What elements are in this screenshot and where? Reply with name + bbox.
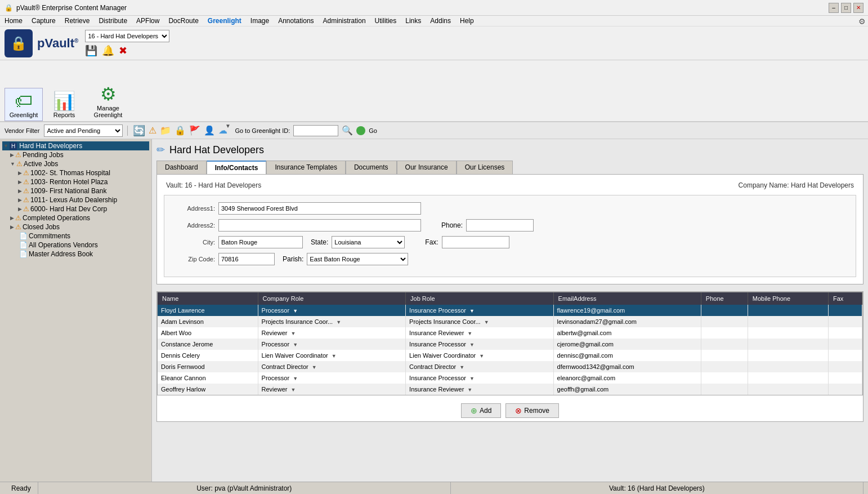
tab-dashboard[interactable]: Dashboard	[156, 161, 207, 174]
nav-help[interactable]: Help	[460, 17, 474, 25]
cell-name: Doris Fernwood	[158, 361, 258, 372]
sidebar-item-1011[interactable]: ▶ ⚠ 1011- Lexus Auto Dealership	[2, 195, 149, 204]
sidebar-item-active-jobs[interactable]: ▼ ⚠ Active Jobs	[2, 159, 149, 168]
company-role-dropdown[interactable]: ▼	[293, 308, 298, 314]
status-user: User: pva (pVault Administrator)	[38, 482, 451, 494]
table-row[interactable]: Albert Woo Reviewer ▼ Insurance Reviewer…	[158, 327, 862, 339]
greenlight-id-input[interactable]	[293, 125, 338, 136]
close-button[interactable]: ✕	[853, 3, 863, 13]
company-role-dropdown[interactable]: ▼	[312, 364, 317, 370]
company-role-dropdown[interactable]: ▼	[293, 342, 298, 348]
table-row[interactable]: Floyd Lawrence Processor ▼ Insurance Pro…	[158, 305, 862, 316]
sidebar-item-1009[interactable]: ▶ ⚠ 1009- First National Bank	[2, 186, 149, 195]
job-role-dropdown[interactable]: ▼	[467, 387, 472, 393]
address1-input[interactable]	[218, 202, 421, 215]
toolbar-folder-icon[interactable]: 📁	[159, 124, 172, 136]
job-role-dropdown[interactable]: ▼	[469, 376, 475, 381]
main-layout: ▼ H Hard Hat Developers ▶ ⚠ Pending Jobs…	[0, 139, 868, 494]
table-row[interactable]: Geoffrey Harlow Reviewer ▼ Insurance Rev…	[158, 384, 862, 395]
job-role-dropdown[interactable]: ▼	[479, 353, 484, 359]
nav-image[interactable]: Image	[250, 17, 269, 25]
table-row[interactable]: Adam Levinson Projects Insurance Coor...…	[158, 316, 862, 327]
ribbon-manage-greenlight-button[interactable]: ⚙ Manage Greenlight	[86, 81, 131, 121]
page-title-edit-icon[interactable]: ✏	[156, 144, 165, 156]
table-row[interactable]: Dennis Celery Lien Waiver Coordinator ▼ …	[158, 350, 862, 361]
ribbon-reports-button[interactable]: 📊 Reports	[45, 87, 83, 121]
minimize-button[interactable]: –	[829, 3, 839, 13]
cell-company-role: Contract Director ▼	[258, 361, 406, 372]
tab-info-contacts[interactable]: Info/Contacts	[207, 161, 267, 174]
table-row[interactable]: Eleanor Cannon Processor ▼ Insurance Pro…	[158, 372, 862, 384]
job-role-dropdown[interactable]: ▼	[469, 308, 475, 314]
tabs-container: Dashboard Info/Contacts Insurance Templa…	[156, 161, 863, 174]
vault-info-label: Vault: 16 - Hard Hat Developers	[166, 181, 261, 189]
nav-retrieve[interactable]: Retrieve	[65, 17, 90, 25]
nav-greenlight[interactable]: Greenlight	[208, 17, 241, 25]
save-icon[interactable]: 💾	[85, 44, 97, 57]
nav-capture[interactable]: Capture	[32, 17, 56, 25]
table-row[interactable]: Constance Jerome Processor ▼ Insurance P…	[158, 339, 862, 350]
toolbar-person-icon[interactable]: 👤	[203, 124, 216, 136]
toolbar-lock-icon[interactable]: 🔒	[174, 124, 186, 136]
add-button[interactable]: ⊕ Add	[461, 403, 501, 418]
company-role-dropdown[interactable]: ▼	[290, 387, 296, 393]
toolbar-refresh-icon[interactable]: 🔄	[132, 124, 146, 137]
address2-input[interactable]	[218, 219, 421, 232]
phone-input[interactable]	[466, 219, 534, 232]
fax-input[interactable]	[442, 236, 509, 248]
tab-our-insurance[interactable]: Our Insurance	[397, 161, 457, 174]
sidebar-item-address-book[interactable]: 📄 Master Address Book	[2, 250, 149, 259]
nav-addins[interactable]: Addins	[430, 17, 451, 25]
sidebar-item-1003[interactable]: ▶ ⚠ 1003- Renton Hotel Plaza	[2, 177, 149, 186]
nav-links[interactable]: Links	[405, 17, 421, 25]
bell-icon[interactable]: 🔔	[102, 44, 114, 57]
table-row[interactable]: Doris Fernwood Contract Director ▼ Contr…	[158, 361, 862, 372]
company-role-dropdown[interactable]: ▼	[293, 376, 298, 381]
toolbar-warning-icon[interactable]: ⚠	[148, 124, 157, 136]
company-role-dropdown[interactable]: ▼	[290, 331, 296, 336]
vendor-filter-select[interactable]: Active and Pending Active Pending All	[44, 124, 123, 137]
tab-insurance-templates[interactable]: Insurance Templates	[266, 161, 346, 174]
sidebar-item-pending-jobs[interactable]: ▶ ⚠ Pending Jobs	[2, 150, 149, 159]
search-icon[interactable]: 🔍	[342, 125, 353, 136]
state-select[interactable]: Louisiana	[332, 236, 405, 248]
cell-mobile	[748, 384, 828, 395]
nav-home[interactable]: Home	[5, 17, 23, 25]
company-role-dropdown[interactable]: ▼	[336, 319, 341, 325]
cell-email: flawrence19@gmail.com	[553, 305, 701, 316]
sidebar-item-1002[interactable]: ▶ ⚠ 1002- St. Thomas Hospital	[2, 168, 149, 177]
sidebar-item-closed-jobs[interactable]: ▶ ⚠ Closed Jobs	[2, 222, 149, 232]
nav-annotations[interactable]: Annotations	[278, 17, 314, 25]
go-button[interactable]: Go	[369, 127, 377, 134]
tab-documents[interactable]: Documents	[346, 161, 397, 174]
settings-gear-icon[interactable]: ⚙	[858, 17, 866, 26]
toolbar-flag-icon[interactable]: 🚩	[189, 124, 201, 136]
nav-distribute[interactable]: Distribute	[99, 17, 127, 25]
job-role-dropdown[interactable]: ▼	[467, 331, 472, 336]
sidebar-item-6000[interactable]: ▶ ⚠ 6000- Hard Hat Dev Corp	[2, 204, 149, 213]
job-role-dropdown[interactable]: ▼	[484, 319, 489, 325]
job-role-dropdown[interactable]: ▼	[469, 342, 475, 348]
nav-administration[interactable]: Administration	[323, 17, 366, 25]
maximize-button[interactable]: □	[841, 3, 851, 13]
ribbon-greenlight-button[interactable]: 🏷 Greenlight	[5, 88, 43, 121]
sidebar-item-all-vendors[interactable]: 📄 All Operations Vendors	[2, 241, 149, 250]
zip-input[interactable]	[218, 253, 275, 265]
parish-select[interactable]: East Baton Rouge	[307, 253, 408, 265]
nav-docroute[interactable]: DocRoute	[168, 17, 198, 25]
job-role-dropdown[interactable]: ▼	[459, 364, 464, 370]
nav-apflow[interactable]: APFlow	[136, 17, 159, 25]
header-logo-area: 🔒 pVault® 16 - Hard Hat Developers 💾 🔔 ✖	[0, 26, 868, 60]
sidebar-root-node[interactable]: ▼ H Hard Hat Developers	[2, 141, 149, 150]
sidebar-item-commitments[interactable]: 📄 Commitments	[2, 232, 149, 241]
address1-label: Address1:	[176, 205, 215, 212]
nav-utilities[interactable]: Utilities	[375, 17, 397, 25]
vault-selector[interactable]: 16 - Hard Hat Developers	[85, 30, 169, 42]
city-input[interactable]	[218, 236, 303, 248]
close-icon[interactable]: ✖	[119, 44, 127, 57]
remove-button[interactable]: ⊗ Remove	[505, 403, 559, 418]
remove-icon: ⊗	[515, 406, 522, 415]
tab-our-licenses[interactable]: Our Licenses	[457, 161, 513, 174]
sidebar-item-completed-ops[interactable]: ▶ ⚠ Completed Operations	[2, 213, 149, 222]
company-role-dropdown[interactable]: ▼	[332, 353, 337, 359]
